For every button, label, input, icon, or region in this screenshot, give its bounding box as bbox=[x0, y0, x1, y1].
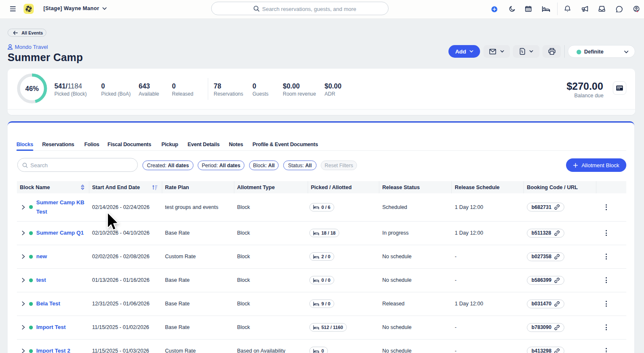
svg-text:46%: 46% bbox=[25, 85, 39, 92]
